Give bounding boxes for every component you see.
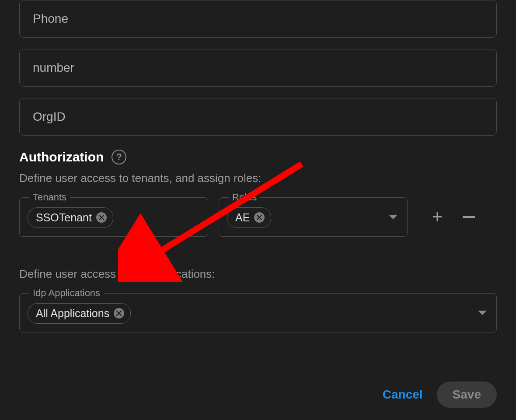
footer-actions: Cancel Save bbox=[383, 382, 497, 408]
role-chip: AE bbox=[227, 207, 271, 228]
plus-icon: + bbox=[432, 208, 443, 226]
tenants-label: Tenants bbox=[29, 192, 70, 203]
idp-label: Idp Applications bbox=[29, 287, 104, 299]
tenant-chip: SSOTenant bbox=[28, 207, 113, 228]
remove-row-button[interactable] bbox=[458, 206, 479, 228]
roles-select[interactable]: Roles AE bbox=[219, 197, 408, 237]
authorization-subtitle: Define user access to tenants, and assig… bbox=[19, 172, 497, 185]
idp-chip-label: All Applications bbox=[36, 307, 109, 320]
orgid-field[interactable]: OrgID bbox=[19, 98, 497, 136]
number-field-value: number bbox=[33, 61, 74, 75]
phone-field[interactable]: Phone bbox=[19, 0, 497, 38]
roles-label: Roles bbox=[229, 192, 260, 203]
minus-icon bbox=[463, 216, 475, 218]
idp-applications-select[interactable]: Idp Applications All Applications bbox=[19, 293, 497, 332]
idp-dropdown-icon bbox=[478, 311, 487, 315]
tenants-select[interactable]: Tenants SSOTenant bbox=[19, 197, 208, 237]
add-row-button[interactable]: + bbox=[427, 206, 448, 228]
tenant-chip-remove-icon[interactable] bbox=[96, 212, 107, 223]
save-button[interactable]: Save bbox=[437, 382, 497, 408]
tenant-role-row: Tenants SSOTenant Roles AE + bbox=[19, 197, 497, 237]
number-field[interactable]: number bbox=[19, 49, 497, 87]
role-chip-remove-icon[interactable] bbox=[254, 212, 265, 223]
authorization-header: Authorization ? bbox=[19, 150, 497, 164]
phone-field-value: Phone bbox=[33, 12, 68, 26]
roles-dropdown-icon bbox=[389, 215, 397, 219]
orgid-field-value: OrgID bbox=[33, 110, 66, 124]
idp-subtitle: Define user access to IdP applications: bbox=[19, 267, 497, 281]
tenant-chip-label: SSOTenant bbox=[36, 211, 92, 224]
cancel-button[interactable]: Cancel bbox=[383, 388, 423, 402]
help-icon[interactable]: ? bbox=[112, 150, 126, 164]
idp-chip-remove-icon[interactable] bbox=[114, 308, 124, 318]
idp-chip: All Applications bbox=[28, 303, 131, 324]
authorization-title: Authorization bbox=[19, 150, 104, 164]
role-chip-label: AE bbox=[235, 211, 250, 224]
